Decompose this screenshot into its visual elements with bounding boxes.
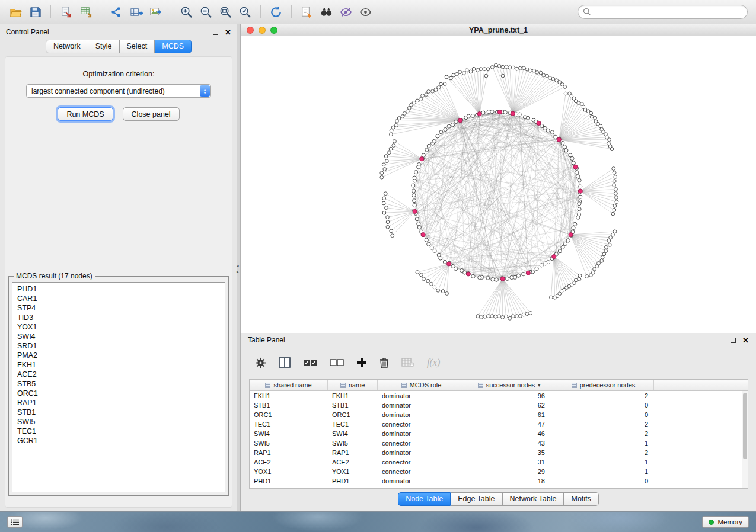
mcds-result-item[interactable]: PHD1	[12, 284, 225, 294]
table-cell: RAP1	[328, 448, 378, 457]
tab-select[interactable]: Select	[120, 40, 155, 53]
hide-selected-icon[interactable]	[336, 3, 356, 21]
table-row[interactable]: STB1STB1dominator620	[250, 400, 742, 410]
close-panel-button[interactable]: Close panel	[123, 107, 180, 121]
mcds-result-item[interactable]: ACE2	[12, 370, 225, 379]
mcds-result-item[interactable]: PMA2	[12, 351, 225, 360]
table-tab-edge-table[interactable]: Edge Table	[451, 492, 502, 506]
mcds-result-item[interactable]: CAR1	[12, 294, 225, 303]
refresh-layout-icon[interactable]	[266, 3, 286, 21]
float-panel-icon[interactable]	[213, 30, 218, 35]
table-cell: STB1	[250, 400, 328, 410]
network-window-titlebar[interactable]: YPA_prune.txt_1	[241, 24, 756, 36]
table-tab-motifs[interactable]: Motifs	[564, 492, 598, 506]
zoom-in-icon[interactable]	[177, 3, 196, 21]
mcds-result-item[interactable]: SWI4	[12, 332, 225, 341]
table-tab-node-table[interactable]: Node Table	[398, 492, 451, 506]
mcds-result-title: MCDS result (17 nodes)	[14, 272, 95, 280]
import-network-from-file-icon[interactable]	[56, 3, 76, 21]
search-network-icon[interactable]	[317, 3, 336, 21]
status-bar: Memory	[0, 511, 756, 532]
mcds-result-item[interactable]: FKH1	[12, 360, 225, 370]
mcds-result-item[interactable]: STB1	[12, 408, 225, 417]
close-window-icon[interactable]	[247, 27, 254, 34]
scrollbar-thumb[interactable]	[743, 393, 747, 459]
function-builder-icon-disabled[interactable]: f(x)	[427, 357, 440, 368]
memory-button-label: Memory	[717, 518, 742, 525]
mcds-result-item[interactable]: YOX1	[12, 322, 225, 332]
table-cell: ORC1	[250, 410, 328, 419]
expand-right-icon[interactable]: ▸	[237, 270, 239, 274]
zoom-fit-icon[interactable]	[216, 3, 235, 21]
table-cell: 35	[465, 448, 553, 457]
table-row[interactable]: SWI4SWI4dominator462	[250, 429, 742, 438]
collapse-left-icon[interactable]: ◂	[237, 264, 239, 268]
float-table-panel-icon[interactable]	[731, 338, 736, 343]
column-header-MCDS-role[interactable]: MCDS role	[378, 380, 465, 390]
network-view[interactable]	[241, 36, 756, 333]
mcds-result-item[interactable]: SWI5	[12, 417, 225, 427]
show-panels-menu-button[interactable]	[7, 516, 23, 528]
tab-mcds[interactable]: MCDS	[155, 40, 192, 53]
import-table-from-file-icon[interactable]	[76, 3, 95, 21]
column-header-shared-name[interactable]: shared name	[250, 380, 328, 390]
column-header-name[interactable]: name	[328, 380, 378, 390]
select-all-rows-icon[interactable]	[303, 358, 317, 367]
deselect-all-rows-icon[interactable]	[330, 358, 344, 367]
mcds-result-item[interactable]: TEC1	[12, 427, 225, 436]
mcds-result-item[interactable]: RAP1	[12, 398, 225, 408]
export-image-icon[interactable]	[146, 3, 165, 21]
tab-style[interactable]: Style	[88, 40, 120, 53]
mcds-result-item[interactable]: GCR1	[12, 436, 225, 446]
close-table-panel-icon[interactable]: ✕	[742, 336, 749, 344]
export-network-icon[interactable]	[107, 3, 126, 21]
table-row[interactable]: ORC1ORC1dominator610	[250, 410, 742, 419]
search-icon	[583, 8, 591, 16]
table-tab-network-table[interactable]: Network Table	[503, 492, 564, 506]
mcds-result-item[interactable]: STB5	[12, 379, 225, 389]
memory-button[interactable]: Memory	[702, 516, 749, 528]
maximize-window-icon[interactable]	[270, 27, 277, 34]
zoom-out-icon[interactable]	[196, 3, 216, 21]
save-session-icon[interactable]	[25, 3, 45, 21]
table-row[interactable]: SWI5SWI5connector431	[250, 438, 742, 448]
open-file-icon[interactable]	[6, 3, 25, 21]
mcds-result-item[interactable]: TID3	[12, 313, 225, 322]
open-in-browser-icon[interactable]	[297, 3, 317, 21]
mcds-result-item[interactable]: ORC1	[12, 389, 225, 398]
zoom-selected-icon[interactable]	[235, 3, 255, 21]
close-panel-icon[interactable]: ✕	[225, 28, 231, 36]
sort-chevron-icon[interactable]: ▾	[538, 383, 540, 388]
table-cell: 2	[553, 391, 654, 400]
memory-status-icon	[709, 520, 714, 525]
mcds-result-item[interactable]: SRD1	[12, 341, 225, 351]
mcds-result-item[interactable]: STP4	[12, 303, 225, 313]
table-scrollbar[interactable]	[742, 391, 748, 488]
delete-table-icon-disabled[interactable]	[401, 358, 414, 367]
show-all-icon[interactable]	[356, 3, 375, 21]
table-row[interactable]: ACE2ACE2connector311	[250, 457, 742, 467]
search-input[interactable]	[595, 8, 742, 16]
criterion-dropdown[interactable]: largest connected component (undirected)…	[26, 84, 211, 98]
table-row[interactable]: FKH1FKH1dominator962	[250, 391, 742, 400]
run-mcds-button[interactable]: Run MCDS	[58, 107, 113, 121]
column-header-successor-nodes[interactable]: successor nodes▾	[465, 380, 553, 390]
table-row[interactable]: RAP1RAP1dominator352	[250, 448, 742, 457]
create-column-plus-icon[interactable]	[356, 357, 367, 368]
global-search[interactable]	[578, 5, 748, 19]
table-cell: STB1	[328, 400, 378, 410]
table-row[interactable]: PHD1PHD1dominator180	[250, 476, 742, 486]
table-row[interactable]: TEC1TEC1connector472	[250, 419, 742, 429]
table-settings-gear-icon[interactable]	[255, 357, 266, 368]
table-cell: SWI4	[328, 429, 378, 438]
tab-network[interactable]: Network	[46, 40, 88, 53]
table-cell: 2	[553, 429, 654, 438]
table-cell: dominator	[378, 410, 465, 419]
minimize-window-icon[interactable]	[259, 27, 266, 34]
show-column-panel-icon[interactable]	[279, 357, 291, 368]
column-header-predecessor-nodes[interactable]: predecessor nodes	[553, 380, 654, 390]
table-cell: PHD1	[328, 476, 378, 486]
table-row[interactable]: YOX1YOX1connector291	[250, 467, 742, 476]
export-table-icon[interactable]	[126, 3, 146, 21]
delete-column-trash-icon[interactable]	[379, 357, 389, 368]
